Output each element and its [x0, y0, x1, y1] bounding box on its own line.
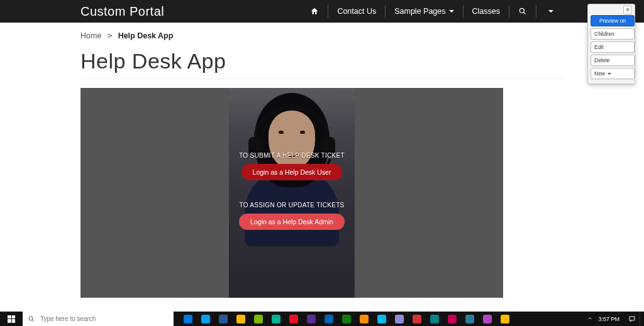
start-button[interactable]: [0, 312, 23, 326]
nav-search[interactable]: [509, 0, 536, 23]
taskbar-app-17[interactable]: [479, 312, 496, 326]
taskbar-app-11[interactable]: [374, 312, 390, 326]
taskbar-apps: [180, 312, 513, 326]
taskbar-clock[interactable]: 3:57 PM: [598, 316, 623, 322]
svg-line-1: [523, 12, 525, 14]
taskbar-app-14[interactable]: [426, 312, 443, 326]
app-icon: [219, 315, 228, 323]
taskbar-app-1[interactable]: [197, 312, 214, 326]
app-icon: [448, 315, 457, 323]
hero-panel: TO SUBMIT A HELP DESK TICKET Login as a …: [80, 88, 503, 298]
cms-delete-button[interactable]: Delete: [591, 55, 635, 66]
cms-admin-panel-close-button[interactable]: ×: [623, 6, 632, 14]
app-icon: [430, 315, 439, 323]
search-icon: [28, 315, 35, 323]
cms-admin-panel[interactable]: × Preview on Children Edit Delete New: [587, 4, 635, 84]
taskbar-tray: 3:57 PM: [583, 312, 640, 326]
app-icon: [236, 315, 245, 323]
nav-home[interactable]: [301, 0, 328, 23]
taskbar-app-13[interactable]: [409, 312, 425, 326]
svg-rect-4: [630, 317, 635, 320]
chevron-down-icon: [548, 10, 553, 13]
app-icon: [342, 315, 351, 323]
taskbar-app-12[interactable]: [391, 312, 408, 326]
taskbar-app-3[interactable]: [233, 312, 249, 326]
svg-line-3: [32, 320, 34, 322]
app-icon: [184, 315, 192, 323]
chevron-down-icon: [608, 73, 611, 75]
taskbar-app-8[interactable]: [321, 312, 337, 326]
notifications-icon[interactable]: [628, 315, 636, 323]
app-icon: [201, 315, 210, 323]
app-icon: [325, 315, 333, 323]
nav-classes[interactable]: Classes: [464, 0, 509, 23]
search-icon: [518, 7, 527, 16]
app-icon: [307, 315, 316, 323]
app-icon: [289, 315, 298, 323]
app-icon: [360, 315, 369, 323]
taskbar-app-10[interactable]: [356, 312, 372, 326]
brand-title[interactable]: Custom Portal: [80, 4, 164, 19]
cms-admin-panel-header[interactable]: ×: [591, 7, 632, 13]
app-icon: [272, 315, 280, 323]
app-icon: [254, 315, 263, 323]
tray-overflow-button[interactable]: [587, 315, 593, 323]
cms-edit-button[interactable]: Edit: [591, 41, 635, 53]
breadcrumb: Home > Help Desk App: [80, 31, 564, 40]
taskbar-app-4[interactable]: [250, 312, 267, 326]
windows-taskbar: 3:57 PM: [0, 312, 644, 326]
hero-assign-label: TO ASSIGN OR UPDATE TICKETS: [80, 202, 503, 209]
taskbar-app-18[interactable]: [497, 312, 513, 326]
taskbar-app-6[interactable]: [286, 312, 302, 326]
breadcrumb-home[interactable]: Home: [80, 31, 101, 40]
taskbar-clock-time: 3:57 PM: [598, 316, 619, 322]
taskbar-app-5[interactable]: [268, 312, 284, 326]
home-icon: [310, 7, 319, 16]
svg-point-0: [519, 8, 524, 13]
login-help-desk-admin-button[interactable]: Login as a Help Desk Admin: [239, 214, 345, 230]
cms-new-button[interactable]: New: [591, 68, 635, 79]
app-icon: [395, 315, 404, 323]
app-icon: [501, 315, 509, 323]
taskbar-search-input[interactable]: [39, 315, 169, 323]
taskbar-app-7[interactable]: [303, 312, 319, 326]
chevron-up-icon: [587, 315, 593, 322]
taskbar-app-2[interactable]: [215, 312, 231, 326]
page-title: Help Desk App: [80, 49, 564, 73]
nav-user-menu[interactable]: [536, 0, 562, 23]
top-navbar: Custom Portal Contact Us Sample Pages Cl…: [0, 0, 644, 23]
windows-logo-icon: [8, 315, 15, 323]
svg-point-2: [29, 317, 33, 320]
cms-children-button[interactable]: Children: [591, 28, 635, 40]
breadcrumb-current: Help Desk App: [118, 31, 174, 40]
nav-sample-pages-label: Sample Pages: [394, 7, 445, 16]
show-desktop-button[interactable]: [640, 312, 644, 326]
login-help-desk-user-button[interactable]: Login as a Help Desk User: [242, 164, 343, 180]
hero-cta-group: TO SUBMIT A HELP DESK TICKET Login as a …: [80, 152, 503, 230]
chevron-down-icon: [449, 10, 454, 13]
cms-preview-toggle-button[interactable]: Preview on: [591, 15, 635, 26]
app-icon: [413, 315, 421, 323]
page-content: Home > Help Desk App Help Desk App: [0, 31, 644, 298]
taskbar-app-15[interactable]: [444, 312, 460, 326]
taskbar-app-0[interactable]: [180, 312, 196, 326]
app-icon: [377, 315, 386, 323]
nav-contact-us[interactable]: Contact Us: [328, 0, 385, 23]
app-icon: [465, 315, 474, 323]
taskbar-search[interactable]: [23, 312, 174, 326]
app-icon: [483, 315, 492, 323]
nav-sample-pages[interactable]: Sample Pages: [386, 0, 462, 23]
cms-new-label: New: [594, 70, 605, 77]
taskbar-app-16[interactable]: [462, 312, 478, 326]
hero-submit-label: TO SUBMIT A HELP DESK TICKET: [80, 152, 503, 159]
taskbar-app-9[interactable]: [338, 312, 355, 326]
close-icon: ×: [626, 6, 630, 13]
breadcrumb-separator: >: [108, 31, 112, 40]
title-divider: [80, 79, 564, 79]
